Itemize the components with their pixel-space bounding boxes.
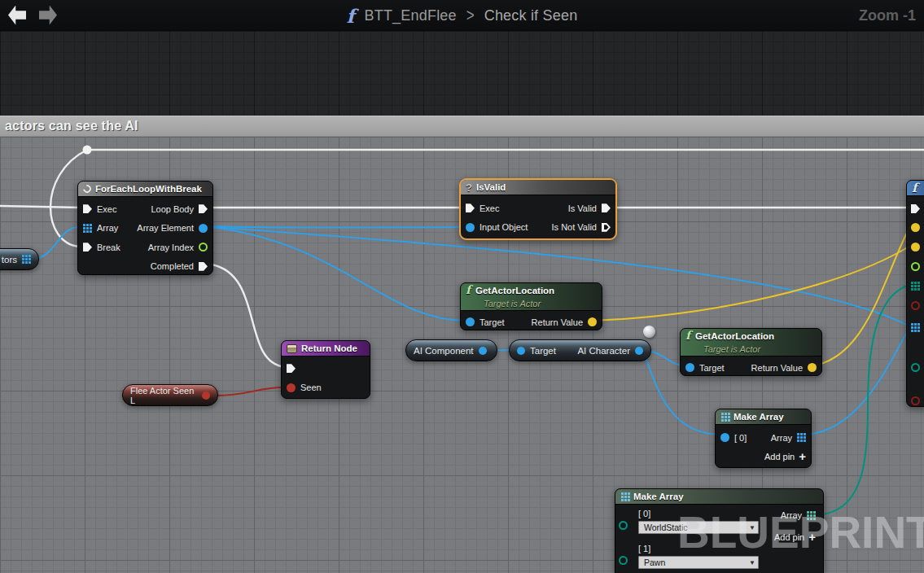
node-foreachloopwithbreak[interactable]: ForEachLoopWithBreak Exec Loop Body Arra… bbox=[77, 181, 213, 275]
node-header: Make Array bbox=[716, 409, 811, 425]
return-icon bbox=[287, 344, 297, 353]
add-pin-button[interactable]: Add pin+ bbox=[774, 532, 816, 542]
wire-gal2-trace bbox=[809, 226, 910, 366]
plus-icon: + bbox=[799, 453, 806, 461]
plus-icon: + bbox=[808, 533, 816, 541]
function-icon: f bbox=[912, 181, 917, 195]
array-pin[interactable] bbox=[83, 224, 92, 233]
object-pin[interactable] bbox=[720, 433, 729, 442]
pin-label: Array bbox=[781, 510, 802, 520]
node-ai-component-pill[interactable]: AI Component bbox=[405, 339, 497, 361]
node-make-array-1[interactable]: Make Array [ 0] Array Add pin+ bbox=[715, 409, 812, 468]
object-pin[interactable] bbox=[685, 363, 694, 372]
chevron-right-icon: > bbox=[466, 5, 475, 26]
object-type-dropdown-0[interactable]: WorldStatic ▼ bbox=[638, 521, 759, 534]
exec-pin[interactable] bbox=[83, 243, 92, 252]
vector-pin[interactable] bbox=[911, 223, 920, 232]
object-type-dropdown-1[interactable]: Pawn ▼ bbox=[638, 556, 759, 569]
dropdown-value: WorldStatic bbox=[644, 523, 688, 532]
node-isvalid[interactable]: ? IsValid Exec Is Valid Input Object Is … bbox=[459, 178, 617, 240]
chevron-down-icon: ▼ bbox=[749, 559, 755, 566]
node-header: Return Node bbox=[282, 341, 370, 356]
node-flee-actor-seen-pill[interactable]: Flee Actor Seen L bbox=[122, 384, 218, 406]
bool-pin[interactable] bbox=[287, 383, 296, 392]
node-make-array-2[interactable]: Make Array [ 0] WorldStatic ▼ Array Add … bbox=[615, 488, 824, 573]
wire-element-inputobject bbox=[203, 226, 471, 228]
make-array-icon bbox=[620, 492, 629, 501]
bool-pin[interactable] bbox=[202, 391, 210, 400]
node-trace-function[interactable]: f bbox=[906, 180, 924, 407]
array-pin[interactable] bbox=[797, 433, 806, 442]
float-pin[interactable] bbox=[911, 262, 920, 271]
node-ai-character-pill[interactable]: Target AI Character bbox=[509, 339, 651, 361]
node-return[interactable]: Return Node Seen bbox=[281, 340, 370, 399]
pin-label: Exec bbox=[480, 203, 499, 213]
actor-array-pin[interactable] bbox=[911, 323, 920, 332]
exec-pin[interactable] bbox=[199, 262, 208, 271]
exec-pin[interactable] bbox=[911, 204, 920, 213]
reroute-node[interactable] bbox=[83, 146, 92, 155]
array-pin[interactable] bbox=[807, 511, 816, 520]
node-title: Make Array bbox=[633, 492, 684, 501]
exec-pin[interactable] bbox=[199, 204, 208, 213]
exec-pin[interactable] bbox=[287, 364, 296, 373]
pin-label: [ 1] bbox=[638, 544, 650, 553]
pin-label: Array bbox=[97, 223, 118, 233]
object-pin[interactable] bbox=[466, 223, 475, 232]
breadcrumb-current[interactable]: Check if Seen bbox=[484, 7, 578, 24]
vector-pin[interactable] bbox=[911, 243, 920, 252]
pin-label: Completed bbox=[151, 261, 194, 271]
object-pin[interactable] bbox=[199, 224, 208, 233]
exec-pin[interactable] bbox=[83, 204, 92, 213]
exec-pin[interactable] bbox=[602, 223, 611, 232]
question-icon: ? bbox=[466, 182, 472, 194]
exec-pin[interactable] bbox=[466, 203, 475, 212]
bool-pin[interactable] bbox=[911, 301, 920, 310]
cursor-sphere bbox=[643, 326, 655, 338]
bool-pin[interactable] bbox=[911, 396, 920, 405]
node-title: ForEachLoopWithBreak bbox=[95, 184, 202, 194]
enum-pin[interactable] bbox=[619, 521, 628, 530]
make-array-icon bbox=[720, 413, 729, 422]
wire-exec-in bbox=[0, 206, 81, 208]
forward-arrow-icon[interactable] bbox=[39, 6, 57, 25]
node-title: Make Array bbox=[734, 412, 784, 422]
node-getactorlocation-2[interactable]: f GetActorLocation Target is Actor Targe… bbox=[680, 328, 822, 376]
zoom-level: Zoom -1 bbox=[859, 0, 916, 31]
pill-label: Flee Actor Seen L bbox=[130, 386, 197, 405]
pill-label: AI Character bbox=[577, 346, 630, 356]
object-pin[interactable] bbox=[635, 347, 643, 355]
enum-pin[interactable] bbox=[911, 363, 920, 372]
pin-label: Target bbox=[699, 363, 725, 373]
node-getactorlocation-1[interactable]: f GetActorLocation Target is Actor Targe… bbox=[460, 282, 602, 330]
object-pin[interactable] bbox=[466, 317, 475, 326]
object-pin[interactable] bbox=[479, 347, 487, 355]
array-pin-icon[interactable] bbox=[22, 255, 31, 264]
wire-completed-return bbox=[212, 265, 285, 367]
breadcrumb-root[interactable]: BTT_EndFlee bbox=[365, 7, 457, 24]
node-title: GetActorLocation bbox=[695, 331, 774, 341]
chevron-down-icon: ▼ bbox=[749, 524, 755, 531]
pill-label: AI Component bbox=[414, 346, 474, 356]
pin-label: Break bbox=[97, 243, 120, 252]
function-icon: f bbox=[466, 283, 471, 296]
node-title: GetActorLocation bbox=[475, 286, 554, 295]
vector-pin[interactable] bbox=[808, 363, 817, 372]
add-pin-button[interactable]: Add pin+ bbox=[764, 452, 806, 461]
int-pin[interactable] bbox=[199, 243, 208, 252]
pin-label: Array Index bbox=[148, 243, 194, 252]
enum-array-pin[interactable] bbox=[911, 282, 920, 291]
wire-gal1-trace bbox=[593, 246, 910, 321]
enum-pin[interactable] bbox=[619, 556, 628, 565]
pin-label: [ 0] bbox=[734, 433, 747, 443]
vector-pin[interactable] bbox=[588, 317, 597, 326]
node-seen-actors-pill[interactable]: tors bbox=[0, 248, 39, 270]
exec-pin[interactable] bbox=[602, 203, 611, 212]
pin-label: Array Element bbox=[137, 223, 194, 233]
back-arrow-icon[interactable] bbox=[8, 6, 26, 25]
function-icon: f bbox=[347, 5, 355, 27]
blueprint-graph-canvas[interactable]: actors can see the AI f BTT_EndFlee > Ch… bbox=[0, 0, 924, 573]
pin-label: Return Value bbox=[751, 363, 803, 373]
object-pin[interactable] bbox=[517, 347, 525, 355]
node-title: IsValid bbox=[476, 182, 506, 192]
